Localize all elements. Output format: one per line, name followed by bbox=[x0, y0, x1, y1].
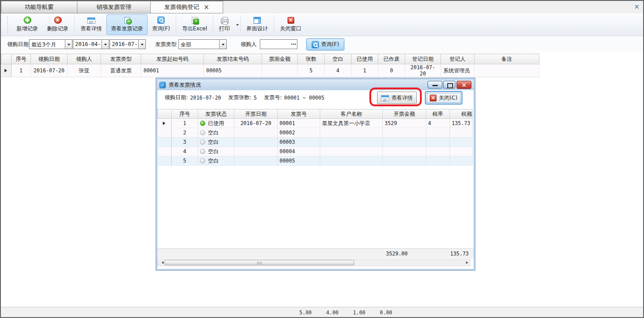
cell-number: 00002 bbox=[278, 128, 320, 138]
toolbar-grip[interactable] bbox=[7, 16, 9, 33]
close-icon[interactable]: × bbox=[634, 3, 640, 11]
delete-record-button[interactable]: 删除记录 bbox=[42, 14, 73, 35]
minimize-button[interactable] bbox=[428, 81, 442, 88]
dropdown-value: 最近3个月 bbox=[30, 40, 65, 49]
query-submit-button[interactable]: 查询(F) bbox=[306, 38, 344, 50]
query-button-label: 查询(F) bbox=[321, 41, 339, 48]
view-detail-button[interactable]: 查看详情 bbox=[76, 14, 106, 35]
chevron-down-icon[interactable] bbox=[236, 24, 239, 27]
invoice-count-value: 5 bbox=[254, 95, 257, 101]
chevron-down-icon[interactable] bbox=[65, 40, 72, 49]
table-row[interactable]: 1 已使用 2016-07-20 00001 星星文具第一小学店 3529 4 … bbox=[158, 119, 473, 128]
scroll-right-icon[interactable] bbox=[463, 259, 470, 266]
print-button[interactable]: 打印 bbox=[215, 14, 234, 35]
cell-purchaser: 张亚 bbox=[68, 64, 101, 77]
column-header[interactable]: 备注 bbox=[475, 54, 539, 64]
date-to-dropdown[interactable]: 2016-07-20 bbox=[110, 39, 146, 49]
add-record-icon bbox=[24, 17, 31, 24]
export-excel-icon bbox=[192, 17, 198, 24]
cell-status: 空白 bbox=[208, 130, 219, 136]
chevron-down-icon[interactable] bbox=[138, 40, 145, 49]
chevron-down-icon[interactable] bbox=[102, 40, 109, 49]
view-invoice-records-button[interactable]: 查看发票记录 bbox=[106, 14, 148, 35]
export-excel-button[interactable]: 导出Excel bbox=[178, 14, 212, 35]
purchase-date-value: 2016-07-20 bbox=[190, 95, 221, 101]
column-header[interactable]: 税率 bbox=[426, 109, 450, 119]
scrollbar-thumb[interactable] bbox=[165, 260, 354, 265]
tab-label: 功能导航窗 bbox=[25, 3, 54, 11]
cell-number: 00005 bbox=[278, 156, 320, 166]
toolbar: 新增记录 删除记录 查看详情 查看发票记录 查询(F) 导出Excel bbox=[1, 13, 643, 36]
table-row[interactable]: 1 2016-07-20 张亚 普通发票 00001 00005 5 4 1 0… bbox=[1, 64, 539, 77]
column-header[interactable]: 已作废 bbox=[378, 54, 405, 64]
table-row[interactable]: 5 空白 00005 bbox=[158, 156, 473, 166]
table-row[interactable]: 2 空白 00002 bbox=[158, 128, 473, 138]
column-header[interactable]: 发票号 bbox=[278, 109, 320, 119]
button-label: 打印 bbox=[219, 25, 230, 33]
column-header[interactable]: 发票状态 bbox=[198, 109, 234, 119]
purchaser-input[interactable] bbox=[260, 40, 290, 49]
cell-no: 1 bbox=[12, 64, 31, 77]
query-button[interactable]: 查询(F) bbox=[148, 14, 174, 35]
cell-status: 空白 bbox=[208, 148, 219, 155]
column-header[interactable]: 序号 bbox=[172, 109, 198, 119]
ellipsis-button[interactable]: … bbox=[290, 41, 297, 48]
close-window-icon bbox=[288, 17, 294, 24]
column-header[interactable]: 已使用 bbox=[352, 54, 378, 64]
button-label: 查看发票记录 bbox=[111, 25, 143, 33]
cell-invoice-type: 普通发票 bbox=[101, 64, 141, 77]
purchaser-label: 领购人 bbox=[241, 41, 257, 48]
cell-amount bbox=[383, 128, 426, 138]
date-preset-dropdown[interactable]: 最近3个月 bbox=[29, 39, 72, 49]
cell-date bbox=[234, 156, 278, 166]
dialog-titlebar[interactable]: 查看发票情况 bbox=[157, 80, 474, 90]
tab-close-icon[interactable]: × bbox=[203, 4, 209, 10]
ui-design-button[interactable]: 界面设计 bbox=[242, 14, 272, 35]
column-header[interactable]: 客户名称 bbox=[320, 109, 383, 119]
form-detail-icon bbox=[87, 17, 95, 24]
tab-invoice-purchase-register[interactable]: 发票领购登记 × bbox=[150, 1, 223, 13]
column-header[interactable]: 票面金额 bbox=[262, 54, 298, 64]
scroll-left-icon[interactable] bbox=[158, 259, 165, 266]
window-design-icon bbox=[254, 17, 261, 24]
filter-bar: 领购日期 最近3个月 2016-04-20 2016-07-20 发票类型 全部… bbox=[1, 36, 643, 53]
column-header[interactable]: 税额 bbox=[450, 109, 473, 119]
column-header[interactable]: 登记日期 bbox=[405, 54, 441, 64]
date-from-dropdown[interactable]: 2016-04-20 bbox=[73, 39, 109, 49]
column-header[interactable]: 领购日期 bbox=[31, 54, 68, 64]
printer-icon bbox=[221, 18, 229, 24]
table-row[interactable]: 4 空白 00004 bbox=[158, 147, 473, 156]
tab-sales-invoice[interactable]: 销项发票管理 bbox=[77, 1, 151, 13]
column-header[interactable]: 发票结束号码 bbox=[204, 54, 262, 64]
column-header[interactable]: 开票日期 bbox=[234, 109, 278, 119]
column-header[interactable]: 开票金额 bbox=[383, 109, 426, 119]
cell-count: 5 bbox=[298, 64, 325, 77]
summary-blank: 4.00 bbox=[321, 310, 339, 316]
column-header[interactable]: 登记人 bbox=[441, 54, 475, 64]
maximize-button[interactable] bbox=[443, 81, 455, 88]
view-detail-button[interactable]: 查看详情 bbox=[377, 92, 417, 104]
horizontal-scrollbar[interactable] bbox=[157, 259, 470, 266]
tab-function-nav[interactable]: 功能导航窗 bbox=[1, 1, 77, 13]
table-row[interactable]: 3 空白 00003 bbox=[158, 138, 473, 147]
cell-purchase-date: 2016-07-20 bbox=[31, 64, 68, 77]
new-record-button[interactable]: 新增记录 bbox=[12, 14, 42, 35]
column-header[interactable]: 序号 bbox=[12, 54, 31, 64]
cell-tax bbox=[450, 128, 473, 138]
column-header[interactable]: 发票类型 bbox=[101, 54, 141, 64]
dialog-close-button[interactable]: 关闭(C) bbox=[425, 91, 462, 105]
column-header[interactable]: 空白 bbox=[325, 54, 352, 64]
column-header[interactable]: 张数 bbox=[298, 54, 325, 64]
cell-tax: 135.73 bbox=[450, 119, 473, 128]
invoice-type-dropdown[interactable]: 全部 bbox=[178, 39, 227, 49]
column-header[interactable]: 领购人 bbox=[68, 54, 101, 64]
row-selector-arrow bbox=[163, 121, 167, 125]
button-label: 界面设计 bbox=[246, 25, 268, 33]
toolbar-separator bbox=[176, 15, 176, 34]
column-header[interactable]: 发票起始号码 bbox=[141, 54, 204, 64]
chevron-down-icon[interactable] bbox=[219, 40, 226, 49]
cell-amount bbox=[383, 147, 426, 156]
close-window-button[interactable]: 关闭窗口 bbox=[275, 14, 306, 35]
close-button[interactable] bbox=[457, 81, 471, 89]
search-icon bbox=[312, 41, 319, 48]
